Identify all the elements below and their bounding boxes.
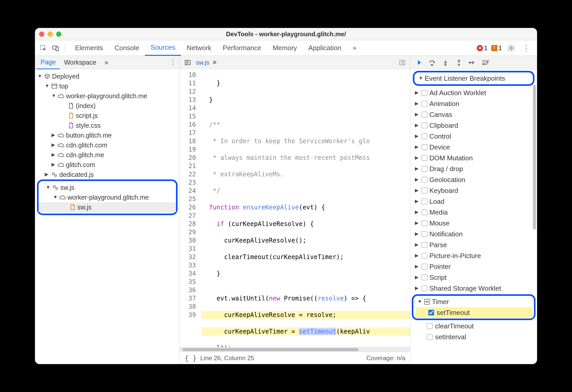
source-text[interactable]: } } /** * In order to keep the ServiceWo… — [199, 69, 410, 347]
tabs-overflow[interactable]: » — [347, 40, 362, 56]
cat-checkbox[interactable] — [422, 166, 427, 172]
nav-tab-page[interactable]: Page — [36, 56, 60, 69]
tree-domain-button[interactable]: ▶ button.glitch.me — [35, 130, 180, 140]
tab-network[interactable]: Network — [181, 40, 217, 56]
cat-pip[interactable]: ▶Picture-in-Picture — [410, 250, 537, 261]
tree-deployed[interactable]: ▼ Deployed — [35, 71, 180, 81]
tab-performance[interactable]: Performance — [217, 40, 267, 56]
error-count[interactable]: ✕1 — [477, 44, 487, 52]
toggle-debugger-icon[interactable] — [397, 57, 408, 68]
sub-settimeout[interactable]: setTimeout — [416, 307, 533, 318]
tab-console[interactable]: Console — [109, 40, 145, 56]
cat-clipboard[interactable]: ▶Clipboard — [410, 120, 537, 131]
editor-tab-swjs[interactable]: sw.js ✕ — [196, 59, 217, 66]
cat-canvas[interactable]: ▶Canvas — [410, 109, 537, 120]
cat-checkbox[interactable] — [422, 220, 427, 226]
section-header-event-listeners[interactable]: ▼Event Listener Breakpoints — [416, 73, 508, 84]
tab-sources[interactable]: Sources — [145, 40, 181, 56]
sub-setinterval[interactable]: setInterval — [410, 331, 537, 342]
nav-tab-workspace[interactable]: Workspace — [60, 56, 100, 69]
tree-swjs-domain[interactable]: ▼ worker-playground.glitch.me — [39, 192, 176, 202]
cat-parse[interactable]: ▶Parse — [410, 239, 537, 250]
cat-checkbox[interactable] — [422, 231, 427, 237]
cat-notification[interactable]: ▶Notification — [410, 229, 537, 239]
close-tab-icon[interactable]: ✕ — [212, 59, 217, 66]
tree-file-stylecss[interactable]: style.css — [35, 120, 180, 130]
navigator-kebab-icon[interactable]: ⋮ — [168, 57, 178, 68]
tree-domain-cdnme[interactable]: ▶ cdn.glitch.me — [35, 150, 180, 160]
pretty-print-icon[interactable]: { } — [185, 354, 197, 362]
cat-checkbox[interactable] — [422, 112, 427, 117]
cat-checkbox[interactable] — [422, 209, 427, 215]
cat-load[interactable]: ▶Load — [410, 196, 537, 207]
cat-geolocation[interactable]: ▶Geolocation — [410, 174, 537, 185]
kebab-icon[interactable]: ⋮ — [520, 42, 532, 54]
cat-script[interactable]: ▶Script — [410, 272, 537, 283]
nav-tabs-overflow[interactable]: » — [100, 56, 112, 69]
cat-dommutation[interactable]: ▶DOM Mutation — [410, 153, 537, 163]
cat-device[interactable]: ▶Device — [410, 142, 537, 153]
cat-adauction[interactable]: ▶Ad Auction Worklet — [410, 87, 537, 98]
deactivate-breakpoints-icon[interactable] — [481, 58, 490, 67]
ln: 12 — [180, 87, 196, 96]
cat-checkbox[interactable] — [422, 253, 427, 259]
tree-swjs-worker[interactable]: ▼ sw.js — [39, 183, 176, 192]
tree-file-index[interactable]: (index) — [35, 101, 180, 111]
tab-elements[interactable]: Elements — [69, 40, 109, 56]
sub-checkbox[interactable] — [427, 334, 432, 340]
step-out-icon[interactable] — [454, 58, 464, 67]
cat-checkbox[interactable] — [422, 123, 427, 128]
inspect-icon[interactable] — [38, 42, 49, 54]
cat-mouse[interactable]: ▶Mouse — [410, 218, 537, 229]
tree-domain-glitchcom[interactable]: ▶ glitch.com — [35, 160, 180, 170]
scrollbar-thumb[interactable] — [533, 85, 536, 230]
sub-checkbox[interactable] — [428, 310, 434, 315]
tree-dedicated[interactable]: ▶ dedicated.js — [35, 170, 180, 179]
tree-file-swjs[interactable]: sw.js — [39, 202, 176, 212]
vertical-scrollbar[interactable] — [533, 74, 536, 360]
cat-media[interactable]: ▶Media — [410, 207, 537, 218]
sub-checkbox[interactable] — [427, 323, 432, 329]
cat-checkbox[interactable] — [422, 242, 427, 248]
tree-top[interactable]: ▼ top — [35, 81, 180, 91]
maximize-icon[interactable] — [56, 32, 61, 37]
cat-checkbox[interactable] — [422, 285, 427, 291]
cat-timer[interactable]: ▼Timer — [416, 296, 533, 307]
device-toggle-icon[interactable] — [50, 42, 61, 54]
cat-checkbox[interactable] — [422, 275, 427, 280]
cat-checkbox[interactable] — [422, 264, 427, 269]
cat-checkbox[interactable] — [422, 199, 427, 204]
tree-domain-wp[interactable]: ▼ worker-playground.glitch.me — [35, 91, 180, 101]
step-over-icon[interactable] — [427, 58, 437, 67]
horizontal-scrollbar[interactable] — [180, 347, 410, 352]
cat-checkbox[interactable] — [422, 144, 427, 150]
cat-animation[interactable]: ▶Animation — [410, 98, 537, 109]
cat-control[interactable]: ▶Control — [410, 131, 537, 142]
resume-icon[interactable] — [414, 58, 423, 67]
cat-checkbox[interactable] — [422, 90, 427, 96]
tab-application[interactable]: Application — [303, 40, 347, 56]
tree-domain-cdncom[interactable]: ▶ cdn.glitch.com — [35, 140, 180, 150]
cat-dragdrop[interactable]: ▶Drag / drop — [410, 163, 537, 174]
cat-checkbox[interactable] — [422, 101, 427, 107]
step-icon[interactable] — [468, 58, 477, 67]
scrollbar-thumb[interactable] — [182, 348, 358, 351]
toggle-navigator-icon[interactable] — [182, 57, 193, 68]
cat-checkbox[interactable] — [422, 188, 427, 193]
close-icon[interactable] — [39, 32, 44, 37]
cat-keyboard[interactable]: ▶Keyboard — [410, 185, 537, 196]
cat-checkbox[interactable] — [422, 155, 427, 161]
cat-checkbox[interactable] — [422, 133, 427, 139]
cat-pointer[interactable]: ▶Pointer — [410, 261, 537, 272]
cat-sharedstorage[interactable]: ▶Shared Storage Worklet — [410, 283, 537, 294]
step-into-icon[interactable] — [441, 58, 450, 67]
sub-cleartimeout[interactable]: clearTimeout — [410, 321, 537, 331]
cat-checkbox-indeterminate[interactable] — [424, 299, 430, 305]
tab-memory[interactable]: Memory — [267, 40, 303, 56]
minimize-icon[interactable] — [48, 32, 53, 37]
cat-checkbox[interactable] — [422, 177, 427, 183]
gear-icon[interactable] — [505, 42, 517, 54]
code-editor[interactable]: 10 11 12 13 14 15 16 17 18 19 20 21 22 2… — [180, 69, 410, 347]
tree-file-scriptjs[interactable]: script.js — [35, 111, 180, 120]
warning-count[interactable]: !1 — [491, 44, 502, 52]
